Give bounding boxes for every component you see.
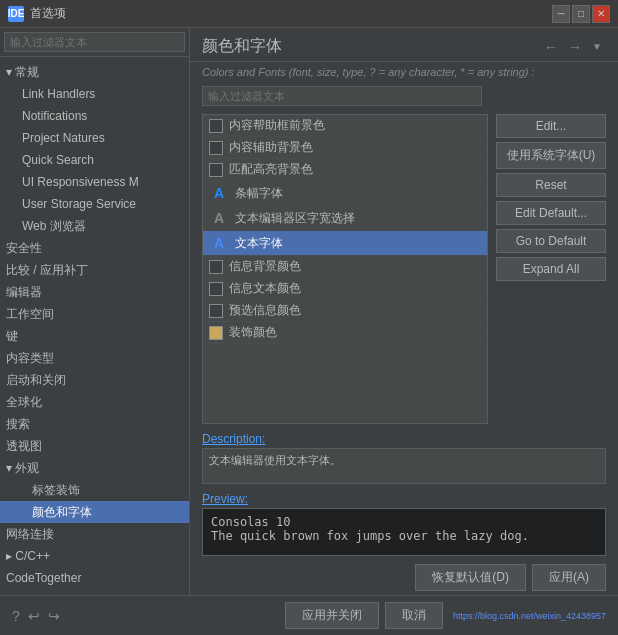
- use-system-font-btn[interactable]: 使用系统字体(U): [496, 142, 606, 169]
- letter-icon-3: A: [209, 183, 229, 203]
- fonts-list: 内容帮助框前景色内容辅助背景色匹配高亮背景色A条幅字体A文本编辑器区字宽选择A文…: [202, 114, 488, 424]
- font-item-label-7: 信息文本颜色: [229, 280, 301, 297]
- color-checkbox-8: [209, 304, 223, 318]
- cancel-button[interactable]: 取消: [385, 602, 443, 629]
- font-list-item-4[interactable]: A文本编辑器区字宽选择: [203, 206, 487, 231]
- sidebar-item-devstyle[interactable]: DevStyle: [0, 589, 189, 595]
- font-item-label-6: 信息背景颜色: [229, 258, 301, 275]
- font-list-item-9[interactable]: 装饰颜色: [203, 322, 487, 344]
- go-to-default-btn[interactable]: Go to Default: [496, 229, 606, 253]
- section-bottom-buttons: 恢复默认值(D)应用(A): [190, 560, 618, 595]
- sidebar-item-label-decoration[interactable]: 标签装饰: [0, 479, 189, 501]
- back-icon[interactable]: ↩: [28, 608, 40, 624]
- action-buttons-column: Edit...使用系统字体(U)ResetEdit Default...Go t…: [496, 114, 606, 424]
- window-title: 首选项: [30, 5, 66, 22]
- minimize-button[interactable]: ─: [552, 5, 570, 23]
- expand-all-btn[interactable]: Expand All: [496, 257, 606, 281]
- description-box: 文本编辑器使用文本字体。: [202, 448, 606, 484]
- footer-icons-left: ? ↩ ↪: [12, 608, 60, 624]
- sidebar-item-user-storage[interactable]: User Storage Service: [0, 193, 189, 215]
- sidebar-item-globalization[interactable]: 全球化: [0, 391, 189, 413]
- sidebar-item-root-常规[interactable]: ▾ 常规: [0, 61, 189, 83]
- apply-btn[interactable]: 应用(A): [532, 564, 606, 591]
- color-checkbox-7: [209, 282, 223, 296]
- sidebar-item-editors[interactable]: 编辑器: [0, 281, 189, 303]
- sidebar-item-colors-fonts[interactable]: 颜色和字体: [0, 501, 189, 523]
- reset-btn[interactable]: Reset: [496, 173, 606, 197]
- sidebar-item-web-browser[interactable]: Web 浏览器: [0, 215, 189, 237]
- title-bar-left: IDE 首选项: [8, 5, 66, 22]
- app-icon: IDE: [8, 6, 24, 22]
- main-container: ▾ 常规Link HandlersNotificationsProject Na…: [0, 28, 618, 595]
- close-button[interactable]: ✕: [592, 5, 610, 23]
- font-item-label-1: 内容辅助背景色: [229, 139, 313, 156]
- sidebar-item-link-handlers[interactable]: Link Handlers: [0, 83, 189, 105]
- sidebar-item-startup-shutdown[interactable]: 启动和关闭: [0, 369, 189, 391]
- color-checkbox-6: [209, 260, 223, 274]
- sidebar-item-quick-search[interactable]: Quick Search: [0, 149, 189, 171]
- font-list-item-0[interactable]: 内容帮助框前景色: [203, 115, 487, 137]
- sidebar-tree: ▾ 常规Link HandlersNotificationsProject Na…: [0, 57, 189, 595]
- font-list-item-1[interactable]: 内容辅助背景色: [203, 137, 487, 159]
- preview-box: Consolas 10 The quick brown fox jumps ov…: [202, 508, 606, 556]
- font-item-label-9: 装饰颜色: [229, 324, 277, 341]
- sidebar-item-codetogether[interactable]: CodeTogether: [0, 567, 189, 589]
- sidebar-item-compare-patch[interactable]: 比较 / 应用补丁: [0, 259, 189, 281]
- sidebar-item-cpp[interactable]: ▸ C/C++: [0, 545, 189, 567]
- nav-dropdown-button[interactable]: ▼: [588, 39, 606, 54]
- footer-link[interactable]: https://blog.csdn.net/weixin_42438957: [453, 611, 606, 621]
- font-item-label-2: 匹配高亮背景色: [229, 161, 313, 178]
- letter-icon-5: A: [209, 233, 229, 253]
- content-title: 颜色和字体: [202, 36, 282, 57]
- help-icon[interactable]: ?: [12, 608, 20, 624]
- sidebar-item-remote-view[interactable]: 透视图: [0, 435, 189, 457]
- sidebar-filter-input[interactable]: [4, 32, 185, 52]
- sidebar-item-keys[interactable]: 键: [0, 325, 189, 347]
- title-bar: IDE 首选项 ─ □ ✕: [0, 0, 618, 28]
- content-description: Colors and Fonts (font, size, type, ? = …: [190, 62, 618, 82]
- font-list-item-3[interactable]: A条幅字体: [203, 181, 487, 206]
- apply-close-button[interactable]: 应用并关闭: [285, 602, 379, 629]
- font-list-item-8[interactable]: 预选信息颜色: [203, 300, 487, 322]
- font-list-item-7[interactable]: 信息文本颜色: [203, 278, 487, 300]
- sidebar: ▾ 常规Link HandlersNotificationsProject Na…: [0, 28, 190, 595]
- content-filter-area: [190, 82, 618, 110]
- font-item-label-8: 预选信息颜色: [229, 302, 301, 319]
- sidebar-item-ui-responsiveness[interactable]: UI Responsiveness M: [0, 171, 189, 193]
- sidebar-filter-area: [0, 28, 189, 57]
- edit-default-btn[interactable]: Edit Default...: [496, 201, 606, 225]
- description-section: Description: 文本编辑器使用文本字体。: [190, 428, 618, 488]
- preview-line1: Consolas 10: [211, 515, 597, 529]
- sidebar-item-notifications[interactable]: Notifications: [0, 105, 189, 127]
- sidebar-item-content-types[interactable]: 内容类型: [0, 347, 189, 369]
- sidebar-item-workspace[interactable]: 工作空间: [0, 303, 189, 325]
- sidebar-item-search[interactable]: 搜索: [0, 413, 189, 435]
- nav-forward-button[interactable]: →: [564, 37, 586, 57]
- content-area: 颜色和字体 ← → ▼ Colors and Fonts (font, size…: [190, 28, 618, 595]
- forward-icon[interactable]: ↪: [48, 608, 60, 624]
- color-checkbox-1: [209, 141, 223, 155]
- maximize-button[interactable]: □: [572, 5, 590, 23]
- sidebar-item-network[interactable]: 网络连接: [0, 523, 189, 545]
- sidebar-item-security[interactable]: 安全性: [0, 237, 189, 259]
- preview-line2: The quick brown fox jumps over the lazy …: [211, 529, 597, 543]
- color-swatch-9: [209, 326, 223, 340]
- sidebar-item-appearance[interactable]: ▾ 外观: [0, 457, 189, 479]
- font-item-label-4: 文本编辑器区字宽选择: [235, 210, 355, 227]
- preview-label: Preview:: [202, 492, 606, 506]
- description-label: Description:: [202, 432, 606, 446]
- font-item-label-5: 文本字体: [235, 235, 283, 252]
- font-list-item-5[interactable]: A文本字体: [203, 231, 487, 256]
- fonts-section: 内容帮助框前景色内容辅助背景色匹配高亮背景色A条幅字体A文本编辑器区字宽选择A文…: [190, 110, 618, 428]
- nav-back-button[interactable]: ←: [540, 37, 562, 57]
- sidebar-item-project-natures[interactable]: Project Natures: [0, 127, 189, 149]
- content-filter-input[interactable]: [202, 86, 482, 106]
- window-controls[interactable]: ─ □ ✕: [552, 5, 610, 23]
- preview-section: Preview: Consolas 10 The quick brown fox…: [190, 488, 618, 560]
- nav-arrows: ← → ▼: [540, 37, 606, 57]
- font-list-item-2[interactable]: 匹配高亮背景色: [203, 159, 487, 181]
- edit-btn[interactable]: Edit...: [496, 114, 606, 138]
- font-item-label-3: 条幅字体: [235, 185, 283, 202]
- font-list-item-6[interactable]: 信息背景颜色: [203, 256, 487, 278]
- restore-defaults-btn[interactable]: 恢复默认值(D): [415, 564, 526, 591]
